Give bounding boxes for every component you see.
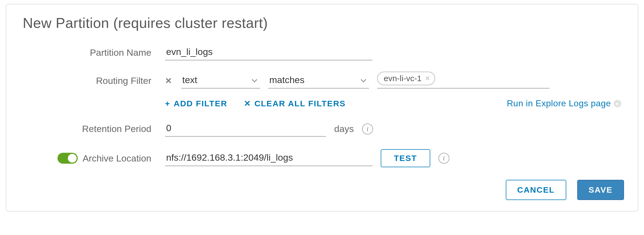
- filter-value-field[interactable]: evn-li-vc-1 ✕: [377, 73, 550, 89]
- partition-name-input[interactable]: [165, 45, 372, 60]
- remove-filter-icon[interactable]: ✕: [165, 76, 173, 86]
- label-archive-location: Archive Location: [83, 153, 151, 164]
- panel-title: New Partition (requires cluster restart): [23, 15, 627, 31]
- filter-actions-row: + ADD FILTER ✕ CLEAR ALL FILTERS Run in …: [165, 98, 627, 108]
- label-routing-filter: Routing Filter: [23, 75, 165, 86]
- clear-all-filters-button[interactable]: ✕ CLEAR ALL FILTERS: [244, 99, 346, 108]
- row-partition-name: Partition Name: [23, 45, 627, 60]
- tag-remove-icon[interactable]: ✕: [425, 75, 430, 82]
- clear-all-filters-label: CLEAR ALL FILTERS: [255, 99, 346, 108]
- run-in-explore-logs-link[interactable]: Run in Explore Logs page: [507, 98, 611, 108]
- retention-period-input[interactable]: [165, 121, 326, 137]
- retention-unit-label: days: [334, 124, 354, 134]
- filter-value-tag-label: evn-li-vc-1: [384, 74, 421, 83]
- add-filter-button[interactable]: + ADD FILTER: [165, 99, 227, 108]
- plus-icon: +: [165, 99, 171, 108]
- info-icon[interactable]: i: [362, 124, 373, 134]
- new-partition-panel: New Partition (requires cluster restart)…: [6, 4, 638, 212]
- test-button[interactable]: TEST: [381, 149, 430, 167]
- row-archive-location: Archive Location TEST i: [23, 149, 627, 167]
- row-retention-period: Retention Period days i: [23, 121, 627, 137]
- label-partition-name: Partition Name: [23, 47, 165, 58]
- close-icon: ✕: [244, 99, 251, 108]
- archive-enable-toggle[interactable]: [57, 153, 78, 164]
- label-retention-period: Retention Period: [23, 124, 165, 134]
- filter-value-tag[interactable]: evn-li-vc-1 ✕: [377, 72, 435, 85]
- filter-operator-select[interactable]: [268, 73, 369, 89]
- footer-actions: CANCEL SAVE: [23, 180, 627, 200]
- archive-location-input[interactable]: [165, 151, 372, 166]
- row-routing-filter: Routing Filter ✕ evn-li-vc-1 ✕: [23, 73, 627, 89]
- save-button[interactable]: SAVE: [577, 180, 624, 200]
- filter-field-select[interactable]: [181, 73, 260, 89]
- add-filter-label: ADD FILTER: [174, 99, 227, 108]
- info-icon[interactable]: i: [438, 153, 449, 164]
- arrow-right-circle-icon: ▸: [614, 100, 621, 107]
- cancel-button[interactable]: CANCEL: [506, 180, 566, 200]
